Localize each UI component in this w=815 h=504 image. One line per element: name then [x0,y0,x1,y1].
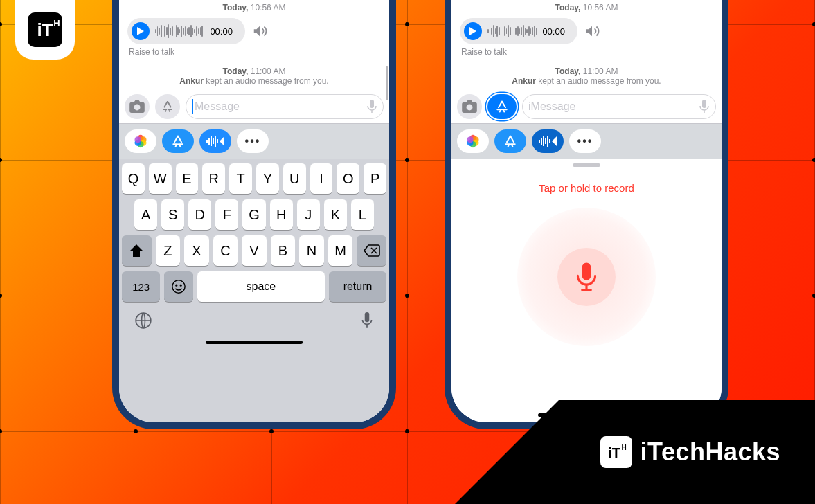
numbers-key[interactable]: 123 [122,271,160,302]
photos-app-pill[interactable] [457,129,489,153]
message-field[interactable]: iMessage [522,94,716,119]
phone-screen-left: Today, 10:56 AM 00:00 Raise to talk Toda… [119,0,389,422]
kept-name: Ankur [512,76,536,86]
backspace-key[interactable] [357,235,386,266]
shift-key[interactable] [122,235,152,266]
audio-bubble[interactable]: 00:00 [127,18,245,44]
message-field[interactable]: Message [186,94,384,119]
app-store-pill[interactable] [162,129,194,153]
key-v[interactable]: V [242,235,267,266]
svg-text:iT: iT [608,445,620,460]
svg-point-16 [172,280,185,293]
record-hint: Tap or hold to record [539,182,634,194]
audio-app-pill[interactable] [199,129,231,153]
key-f[interactable]: F [215,199,238,230]
kept-name: Ankur [179,76,204,86]
key-b[interactable]: B [271,235,296,266]
raise-to-talk-hint: Raise to talk [125,46,384,64]
emoji-key[interactable] [164,271,192,302]
timestamp-label: Today, [223,66,249,76]
key-p[interactable]: P [364,163,386,194]
chat-area: Today, 10:56 AM 00:00 Raise to talk Toda… [451,0,722,90]
key-i[interactable]: I [310,163,333,194]
app-strip: ••• [119,123,389,159]
dictation-icon[interactable] [699,100,710,114]
mic-icon[interactable] [360,312,374,330]
key-c[interactable]: C [213,235,238,266]
key-m[interactable]: M [328,235,353,266]
svg-rect-15 [217,139,218,143]
svg-rect-33 [549,139,550,143]
svg-rect-30 [543,136,544,146]
record-pane: Tap or hold to record [451,159,722,422]
timestamp-label: Today, [555,66,581,76]
svg-point-17 [176,285,177,286]
photos-app-pill[interactable] [125,129,156,153]
timestamp-time: 11:00 AM [583,66,618,76]
audio-message-row: 00:00 [457,17,716,46]
camera-button[interactable] [457,94,482,119]
brand-name: iTechHacks [641,438,780,467]
itechhacks-logo-icon: iTH [600,436,632,468]
globe-icon[interactable] [134,312,152,330]
app-store-button-active[interactable] [487,94,517,119]
key-z[interactable]: Z [156,235,181,266]
space-key[interactable]: space [197,271,325,302]
home-indicator[interactable] [206,341,303,344]
key-e[interactable]: E [176,163,199,194]
key-x[interactable]: X [184,235,209,266]
keyboard-row-1: Q W E R T Y U I O P [122,163,386,194]
waveform-icon [487,24,537,38]
dictation-icon[interactable] [366,100,377,114]
drag-handle[interactable] [573,163,600,167]
key-h[interactable]: H [270,199,293,230]
speaker-icon[interactable] [252,24,267,39]
key-u[interactable]: U [283,163,306,194]
timestamp-2: Today, 11:00 AM Ankur kept an audio mess… [125,64,384,90]
audio-bubble[interactable]: 00:00 [460,18,577,44]
more-apps-pill[interactable]: ••• [237,129,269,153]
key-q[interactable]: Q [122,163,145,194]
svg-rect-12 [211,136,212,146]
record-halo [517,208,656,346]
phone-frame-right: Today, 10:56 AM 00:00 Raise to talk Toda… [445,0,728,429]
svg-point-18 [180,285,181,286]
speaker-icon[interactable] [584,24,600,39]
timestamp-1: Today, 10:56 AM [125,0,384,17]
play-icon[interactable] [464,22,482,40]
return-key[interactable]: return [329,271,386,302]
keyboard-row-4: 123 space return [122,271,386,302]
app-store-button[interactable] [155,94,180,119]
key-r[interactable]: R [202,163,225,194]
text-cursor [192,99,193,114]
key-d[interactable]: D [188,199,211,230]
key-s[interactable]: S [161,199,184,230]
key-g[interactable]: G [242,199,265,230]
camera-button[interactable] [125,94,150,119]
key-a[interactable]: A [134,199,157,230]
phone-screen-right: Today, 10:56 AM 00:00 Raise to talk Toda… [451,0,722,422]
keyboard-row-3: Z X C V B N M [122,235,386,266]
svg-rect-3 [370,100,374,108]
app-store-pill[interactable] [494,129,526,153]
timestamp-time: 11:00 AM [251,66,286,76]
audio-duration: 00:00 [210,26,233,37]
key-t[interactable]: T [229,163,252,194]
key-n[interactable]: N [299,235,324,266]
key-j[interactable]: J [297,199,320,230]
more-apps-pill[interactable]: ••• [569,129,601,153]
audio-app-pill-selected[interactable] [532,129,564,153]
record-button[interactable] [557,248,616,306]
svg-text:iT: iT [37,19,53,40]
key-k[interactable]: K [324,199,347,230]
key-w[interactable]: W [149,163,172,194]
scrollbar[interactable] [386,66,388,100]
itechhacks-logo-icon: iT H [26,11,64,48]
key-o[interactable]: O [337,163,359,194]
play-icon[interactable] [132,22,150,40]
svg-point-9 [134,136,141,143]
key-y[interactable]: Y [256,163,279,194]
svg-rect-28 [539,140,540,143]
key-l[interactable]: L [351,199,374,230]
svg-rect-10 [206,140,208,143]
